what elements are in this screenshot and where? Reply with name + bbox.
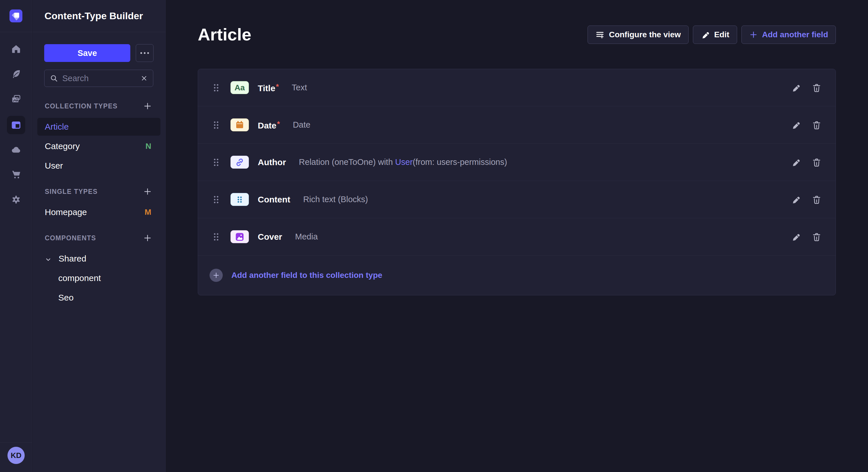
- field-type: Date: [293, 120, 310, 130]
- edit-field-icon[interactable]: [791, 195, 801, 204]
- relation-target-link[interactable]: User: [395, 158, 413, 167]
- field-type: Relation (oneToOne) with User(from: user…: [299, 158, 507, 167]
- sidebar-item-label: component: [58, 273, 101, 283]
- field-row-date: Date*Date: [198, 106, 836, 144]
- status-badge: M: [145, 208, 151, 217]
- sidebar-item-label: Article: [45, 122, 69, 132]
- date-field-icon: [235, 120, 245, 130]
- sidebar-item-label: Shared: [59, 254, 86, 264]
- strapi-logo[interactable]: [9, 9, 22, 22]
- field-row-title: AaTitle*Text: [198, 69, 836, 106]
- sidebar-item-category[interactable]: CategoryN: [37, 137, 160, 155]
- field-kind-icon-box: Aa: [230, 81, 249, 94]
- section-label: COMPONENTS: [45, 234, 96, 242]
- ellipsis-icon: [141, 52, 142, 54]
- sidebar-item-shared[interactable]: Shared: [37, 250, 160, 268]
- section-label: COLLECTION TYPES: [45, 102, 118, 110]
- text-field-icon: Aa: [235, 83, 245, 92]
- configure-layout-icon: [595, 30, 604, 39]
- add-another-field-button[interactable]: Add another field: [741, 26, 836, 44]
- ellipsis-icon: [144, 52, 146, 54]
- field-kind-icon-box: [230, 193, 249, 206]
- drag-handle-icon[interactable]: [212, 232, 220, 242]
- secondary-sidebar: Content-Type Builder Save COLLECTION TYP…: [32, 0, 166, 472]
- feather-content-icon[interactable]: [11, 69, 21, 79]
- sidebar-title: Content-Type Builder: [44, 10, 143, 22]
- pencil-icon: [701, 30, 710, 39]
- settings-gear-icon[interactable]: [11, 195, 21, 204]
- delete-field-icon[interactable]: [812, 195, 822, 204]
- edit-field-icon[interactable]: [791, 83, 801, 93]
- content-type-builder-icon[interactable]: [7, 116, 25, 134]
- add-field-row[interactable]: Add another field to this collection typ…: [198, 256, 836, 295]
- edit-field-icon[interactable]: [791, 120, 801, 130]
- delete-field-icon[interactable]: [812, 158, 822, 167]
- fields-table: AaTitle*TextDate*DateAuthorRelation (one…: [198, 69, 836, 295]
- primary-navigation: KD: [0, 0, 32, 472]
- sidebar-item-homepage[interactable]: HomepageM: [37, 203, 160, 221]
- search-field[interactable]: [44, 70, 153, 87]
- required-asterisk: *: [276, 82, 279, 91]
- required-asterisk: *: [277, 120, 280, 128]
- field-type: Media: [295, 232, 318, 241]
- field-kind-icon-box: [230, 119, 249, 131]
- field-name: Content: [258, 195, 290, 204]
- cloud-deploy-icon[interactable]: [11, 144, 21, 154]
- field-row-content: ContentRich text (Blocks): [198, 181, 836, 218]
- logo-area: [0, 0, 32, 32]
- field-type: Rich text (Blocks): [303, 195, 368, 204]
- section-label: SINGLE TYPES: [45, 188, 98, 196]
- field-name: Date*: [258, 120, 280, 131]
- search-input[interactable]: [62, 74, 136, 83]
- chevron-down-icon[interactable]: [45, 255, 52, 262]
- edit-field-icon[interactable]: [791, 232, 801, 242]
- add-type-plus-icon[interactable]: [143, 102, 152, 110]
- status-badge: N: [146, 142, 151, 151]
- sidebar-section: COMPONENTSSharedcomponentSeo: [32, 234, 165, 307]
- media-library-icon[interactable]: [11, 94, 21, 104]
- media-field-icon: [235, 232, 245, 242]
- field-name: Cover: [258, 232, 282, 242]
- field-type: Text: [291, 83, 307, 92]
- delete-field-icon[interactable]: [812, 83, 822, 93]
- sidebar-item-article[interactable]: Article: [37, 118, 160, 136]
- drag-handle-icon[interactable]: [212, 158, 220, 167]
- field-row-cover: CoverMedia: [198, 218, 836, 256]
- main-content: Article Configure the view Edit: [166, 0, 868, 472]
- field-name: Title*: [258, 82, 279, 93]
- sidebar-item-label: Seo: [58, 293, 73, 303]
- drag-handle-icon[interactable]: [212, 83, 220, 93]
- edit-field-icon[interactable]: [791, 158, 801, 167]
- sidebar-item-user[interactable]: User: [37, 157, 160, 175]
- sidebar-section: COLLECTION TYPESArticleCategoryNUser: [32, 102, 165, 175]
- configure-view-button[interactable]: Configure the view: [588, 26, 688, 44]
- divider: [0, 442, 32, 443]
- drag-handle-icon[interactable]: [212, 120, 220, 130]
- field-kind-icon-box: [230, 230, 249, 243]
- marketplace-cart-icon[interactable]: [11, 169, 21, 179]
- more-options-button[interactable]: [136, 44, 154, 62]
- search-icon: [50, 74, 58, 82]
- sidebar-item-label: Homepage: [45, 207, 87, 217]
- sidebar-sections: COLLECTION TYPESArticleCategoryNUserSING…: [32, 102, 165, 307]
- clear-search-icon[interactable]: [141, 74, 148, 82]
- sidebar-item-seo[interactable]: Seo: [37, 289, 160, 307]
- drag-handle-icon[interactable]: [212, 195, 220, 204]
- add-type-plus-icon[interactable]: [143, 234, 152, 242]
- field-kind-icon-box: [230, 156, 249, 169]
- delete-field-icon[interactable]: [812, 232, 822, 242]
- delete-field-icon[interactable]: [812, 120, 822, 130]
- sidebar-item-component[interactable]: component: [37, 269, 160, 287]
- plus-icon: [749, 30, 758, 39]
- sidebar-item-label: Category: [45, 141, 80, 151]
- sidebar-section: SINGLE TYPESHomepageM: [32, 187, 165, 221]
- edit-button[interactable]: Edit: [693, 26, 737, 44]
- relation-field-icon: [235, 157, 245, 167]
- sidebar-item-label: User: [45, 161, 63, 171]
- sidebar-header: Content-Type Builder: [32, 0, 165, 32]
- user-avatar[interactable]: KD: [7, 447, 25, 464]
- home-icon[interactable]: [11, 44, 21, 54]
- field-row-author: AuthorRelation (oneToOne) with User(from…: [198, 144, 836, 181]
- save-button[interactable]: Save: [44, 44, 130, 62]
- add-type-plus-icon[interactable]: [143, 187, 152, 196]
